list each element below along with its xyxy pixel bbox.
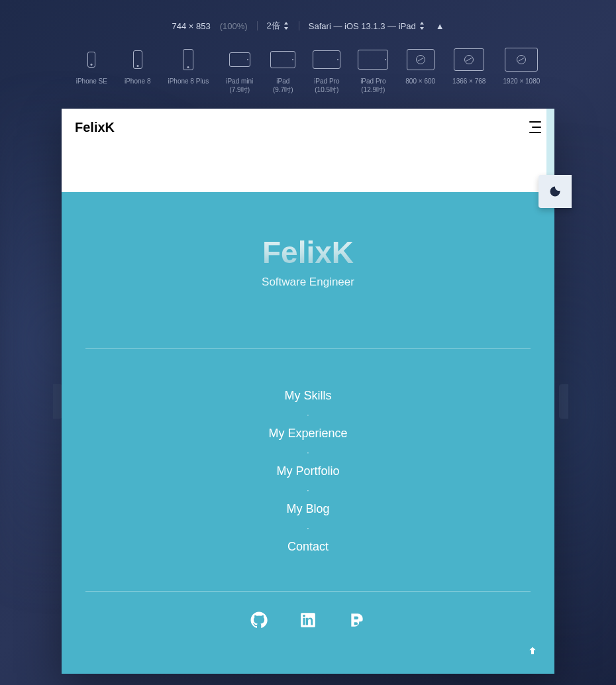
- nav-separator: ·: [307, 486, 309, 494]
- header-gap: [62, 146, 554, 192]
- nav-link-portfolio[interactable]: My Portfolio: [276, 464, 339, 478]
- compass-icon: [464, 55, 474, 64]
- linkedin-icon[interactable]: [299, 611, 317, 629]
- device-1920x1080[interactable]: 1920 × 1080: [503, 46, 540, 85]
- scroll-top-button[interactable]: [523, 641, 542, 660]
- nav-link-experience[interactable]: My Experience: [268, 427, 347, 441]
- tablet-icon: [229, 52, 250, 67]
- phone-icon: [87, 52, 95, 68]
- monitor-icon: [454, 48, 484, 71]
- nav-separator: ·: [307, 411, 309, 419]
- device-ipad-mini[interactable]: iPad mini(7.9吋): [226, 46, 253, 94]
- next-handle[interactable]: [559, 384, 568, 419]
- pixel-ratio-value: 2倍: [267, 20, 280, 32]
- separator: [257, 21, 258, 30]
- monitor-icon: [505, 48, 538, 72]
- blog-icon[interactable]: [348, 611, 366, 629]
- device-1366x768[interactable]: 1366 × 768: [452, 46, 486, 85]
- phone-icon: [133, 50, 142, 69]
- nav-link-skills[interactable]: My Skills: [285, 389, 332, 403]
- responsive-toolbar: 744 × 853 (100%) 2倍 Safari — iOS 13.1.3 …: [0, 0, 616, 94]
- divider: [85, 348, 531, 349]
- responsive-status-row: 744 × 853 (100%) 2倍 Safari — iOS 13.1.3 …: [172, 20, 444, 32]
- compass-icon: [517, 55, 526, 64]
- device-ipad[interactable]: iPad(9.7吋): [270, 46, 295, 94]
- github-icon[interactable]: [250, 611, 268, 629]
- social-row: [62, 611, 554, 642]
- arrow-up-icon: [527, 645, 538, 656]
- hero-section: FelixK Software Engineer: [62, 192, 554, 289]
- phone-icon: [183, 49, 193, 70]
- rendered-page-frame: FelixK FelixK Software Engineer My Skill…: [62, 109, 554, 674]
- device-preset-row: iPhone SE iPhone 8 iPhone 8 Plus iPad mi…: [76, 46, 540, 94]
- tablet-icon: [358, 50, 388, 70]
- hero-title: FelixK: [262, 235, 354, 270]
- device-800x600[interactable]: 800 × 600: [405, 46, 435, 85]
- user-agent-value: Safari — iOS 13.1.3 — iPad: [309, 21, 416, 31]
- device-ipad-pro-10[interactable]: iPad Pro(10.5吋): [313, 46, 340, 94]
- theme-toggle-button[interactable]: [539, 175, 572, 208]
- viewport-dimensions[interactable]: 744 × 853: [172, 21, 210, 31]
- user-agent-select[interactable]: Safari — iOS 13.1.3 — iPad: [309, 21, 425, 31]
- separator: [299, 21, 299, 30]
- tablet-icon: [270, 51, 295, 68]
- footer-nav: My Skills · My Experience · My Portfolio…: [62, 389, 554, 554]
- divider: [85, 591, 531, 592]
- hero-subtitle: Software Engineer: [62, 276, 554, 289]
- nav-separator: ·: [307, 524, 309, 532]
- nav-separator: ·: [307, 448, 309, 456]
- chevron-updown-icon: [283, 22, 289, 30]
- device-iphone-se[interactable]: iPhone SE: [76, 46, 107, 85]
- monitor-icon: [407, 49, 435, 70]
- device-iphone-8[interactable]: iPhone 8: [125, 46, 150, 85]
- menu-button[interactable]: [524, 120, 541, 134]
- device-iphone-8-plus[interactable]: iPhone 8 Plus: [168, 46, 209, 85]
- page-body: FelixK Software Engineer My Skills · My …: [62, 192, 554, 674]
- warning-icon[interactable]: ▲: [436, 21, 444, 31]
- chevron-updown-icon: [419, 22, 425, 30]
- pixel-ratio-select[interactable]: 2倍: [267, 20, 289, 32]
- zoom-percent[interactable]: (100%): [220, 21, 248, 31]
- tablet-icon: [313, 50, 340, 69]
- device-ipad-pro-12[interactable]: iPad Pro(12.9吋): [358, 46, 388, 94]
- brand-logo[interactable]: FelixK: [75, 120, 115, 135]
- nav-link-contact[interactable]: Contact: [287, 540, 329, 554]
- page-header: FelixK: [62, 109, 554, 146]
- nav-link-blog[interactable]: My Blog: [286, 502, 329, 516]
- prev-handle[interactable]: [53, 384, 62, 419]
- compass-icon: [416, 55, 425, 64]
- moon-icon: [548, 185, 562, 198]
